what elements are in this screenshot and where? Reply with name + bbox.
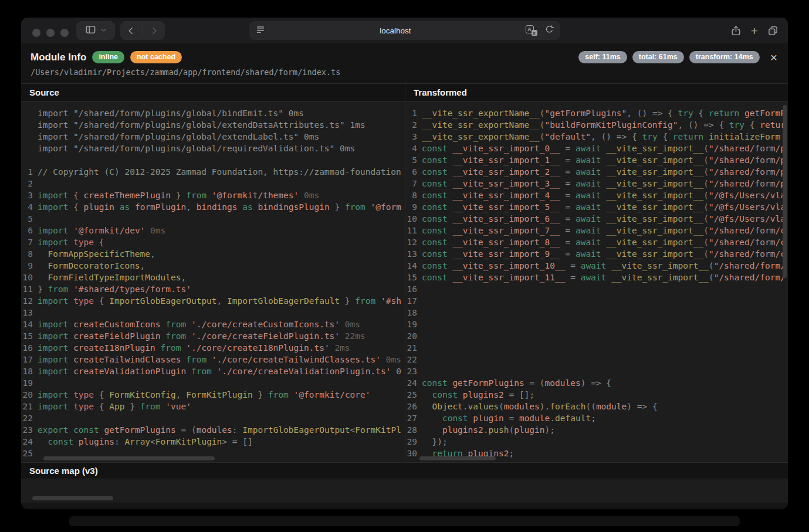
back-button[interactable] [120, 21, 143, 40]
code-line: 9const __vite_ssr_import_5__ = await __v… [405, 201, 788, 213]
code-line: 16import createI18nPlugin from './core/c… [21, 342, 405, 354]
line-number: 12 [405, 236, 422, 248]
code-line: 3import { createThemePlugin } from '@for… [21, 189, 405, 201]
line-number: 5 [21, 213, 38, 225]
code-line: 7const __vite_ssr_import_3__ = await __v… [405, 178, 788, 189]
close-window-button[interactable] [32, 29, 40, 37]
horizontal-scrollbar-thumb[interactable] [419, 456, 496, 460]
code-line: 6const __vite_ssr_import_2__ = await __v… [405, 166, 788, 178]
transformed-code-editor[interactable]: 1__vite_ssr_exportName__("getFormPlugins… [405, 101, 788, 462]
zoom-window-button[interactable] [60, 29, 69, 37]
transformed-panel: Transformed 1__vite_ssr_exportName__("ge… [405, 84, 788, 462]
line-number: 28 [405, 424, 422, 436]
code-line: import "/shared/form/plugins/global/bind… [21, 107, 405, 119]
line-number: 3 [21, 189, 38, 201]
code-line: 13const __vite_ssr_import_9__ = await __… [405, 248, 788, 260]
sidebar-toggle-button[interactable] [76, 21, 115, 40]
code-line: 2 [21, 178, 405, 189]
line-number: 11 [405, 225, 422, 236]
line-number: 7 [405, 178, 422, 189]
code-line: import "/shared/form/plugins/global/requ… [21, 143, 405, 154]
sourcemap-title: Source map (v3) [29, 466, 98, 476]
line-number: 13 [405, 248, 422, 260]
line-number: 21 [405, 342, 422, 354]
line-number: 6 [405, 166, 422, 178]
reload-button[interactable] [544, 25, 554, 37]
reader-icon[interactable] [255, 24, 266, 37]
code-line: 23 [405, 365, 788, 377]
code-line: 22 [405, 354, 788, 365]
vertical-scrollbar-thumb[interactable] [783, 105, 787, 278]
browser-toolbar: localhost A x [21, 18, 788, 43]
code-line: 20import type { FormKitConfig, FormKitPl… [21, 389, 405, 401]
module-info-header: Module Info inline not cached self: 11ms… [21, 43, 788, 83]
code-line: 1__vite_ssr_exportName__("getFormPlugins… [405, 107, 788, 119]
share-button[interactable] [730, 25, 742, 36]
source-code-editor[interactable]: import "/shared/form/plugins/global/bind… [21, 101, 405, 462]
horizontal-scrollbar-thumb[interactable] [32, 496, 113, 500]
code-line: 13 [21, 307, 405, 318]
line-number: 23 [405, 365, 422, 377]
code-line: 14const __vite_ssr_import_10__ = await _… [405, 260, 788, 272]
translate-icon[interactable]: A x [526, 25, 537, 36]
sourcemap-code[interactable]: 1 ;;;AAEA;AAAkC;AAAA;AAAA;AAAA;AAClC;AAE… [21, 479, 788, 503]
code-line: 12import type { ImportGlobEagerOutput, I… [21, 295, 405, 307]
reload-icon [544, 25, 554, 35]
minimize-window-button[interactable] [46, 29, 55, 37]
toolbar-right: + [730, 21, 778, 40]
line-number: 16 [405, 283, 422, 295]
code-line: 10const __vite_ssr_import_6__ = await __… [405, 213, 788, 225]
plus-icon: + [751, 25, 758, 37]
line-number: 1 [21, 166, 38, 178]
code-line: 6import '@formkit/dev' 0ms [21, 225, 405, 236]
code-line: 18 [405, 307, 788, 318]
line-number: 2 [405, 119, 422, 131]
code-line: 25 const plugins2 = []; [405, 389, 788, 401]
sidebar-icon [85, 24, 96, 38]
window-controls [32, 29, 69, 37]
line-number: 18 [21, 365, 38, 377]
line-number: 10 [21, 272, 38, 283]
code-line: 24 const plugins: Array<FormKitPlugin> =… [21, 436, 405, 448]
url-text: localhost [266, 26, 526, 35]
line-number: 14 [405, 260, 422, 272]
new-tab-button[interactable]: + [751, 25, 758, 37]
line-number: 4 [405, 143, 422, 154]
code-line: 11const __vite_ssr_import_7__ = await __… [405, 225, 788, 236]
navigation-buttons [120, 21, 165, 40]
code-line: 21import type { App } from 'vue' [21, 401, 405, 412]
not-cached-badge: not cached [130, 51, 182, 63]
close-button[interactable]: × [769, 51, 778, 63]
page-title: Module Info [31, 52, 86, 63]
code-line: 16 [405, 283, 788, 295]
code-line: 23export const getFormPlugins = (modules… [21, 424, 405, 436]
code-line: 8 FormAppSpecificTheme, [21, 248, 405, 260]
line-number: 25 [21, 448, 38, 459]
module-file-path: /Users/vladimir/Projects/zammad/app/fron… [31, 67, 778, 77]
line-number: 23 [21, 424, 38, 436]
line-number: 12 [21, 295, 38, 307]
code-line: 18import createValidationPlugin from './… [21, 365, 405, 377]
transform-time-badge: transform: 14ms [689, 51, 760, 63]
code-line: 21 [405, 342, 788, 354]
horizontal-scrollbar-thumb[interactable] [43, 456, 215, 460]
code-line: 4import { plugin as formPlugin, bindings… [21, 201, 405, 213]
line-number: 17 [21, 354, 38, 365]
code-line: 27 const plugin = module.default; [405, 412, 788, 424]
code-line: 24const getFormPlugins = (modules) => { [405, 377, 788, 389]
code-line: 17import createTailwindClasses from './c… [21, 354, 405, 365]
code-line: 19 [405, 318, 788, 330]
desktop: localhost A x [0, 0, 809, 532]
line-number: 27 [405, 412, 422, 424]
forward-icon [149, 26, 159, 36]
address-bar[interactable]: localhost A x [249, 21, 560, 40]
transformed-panel-title: Transformed [414, 87, 467, 97]
line-number: 29 [405, 436, 422, 448]
code-line: 22 [21, 412, 405, 424]
inline-badge: inline [92, 51, 124, 63]
total-time-badge: total: 61ms [632, 51, 684, 63]
code-line: 19 [21, 377, 405, 389]
tab-overview-button[interactable] [767, 25, 778, 36]
forward-button[interactable] [143, 21, 165, 40]
sourcemap-section: Source map (v3) 1 ;;;AAEA;AAAkC;AAAA;AAA… [21, 462, 788, 503]
